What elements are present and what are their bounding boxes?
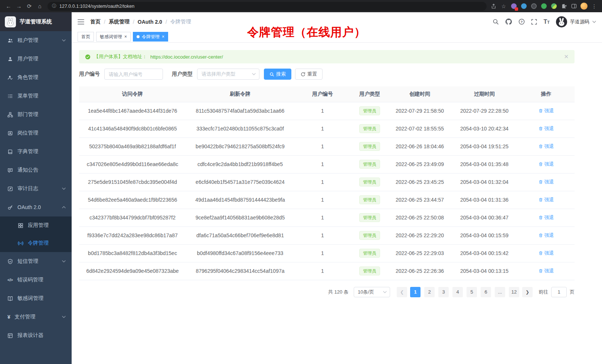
sidebar-item-sms[interactable]: 短信管理	[0, 252, 72, 271]
page-button-3[interactable]: 3	[438, 287, 449, 297]
extensions-puzzle-icon[interactable]	[560, 3, 567, 10]
select-placeholder: 请选择用户类型	[202, 71, 235, 77]
sidebar-item-notice[interactable]: 通知公告	[0, 161, 72, 179]
browser-extension-icon[interactable]	[530, 3, 537, 10]
column-header: 过期时间	[451, 86, 518, 102]
grid-icon	[18, 223, 23, 228]
site-info-icon[interactable]: ⓘ	[52, 3, 56, 9]
sidebar-item-error-code[interactable]: </> 错误码管理	[0, 271, 72, 289]
side-panel-icon[interactable]	[570, 3, 577, 10]
prev-page-button[interactable]: ❮	[397, 287, 407, 297]
user-icon	[7, 56, 13, 62]
sidebar-item-sensitive-word[interactable]: 敏感词管理	[0, 289, 72, 308]
tab-home[interactable]: 首页	[78, 32, 94, 42]
bookmark-star-icon[interactable]: ☆	[500, 3, 507, 10]
user-type-select[interactable]: 请选择用户类型	[197, 69, 259, 80]
browser-reload-icon[interactable]: ⟳	[24, 2, 34, 11]
goto-page-input[interactable]	[551, 287, 567, 297]
tab-token[interactable]: 令牌管理×	[133, 32, 168, 42]
total-count: 共 120 条	[328, 289, 349, 295]
book-icon	[7, 149, 13, 155]
page-button-1[interactable]: 1	[410, 287, 421, 297]
force-logout-button[interactable]: 强退	[539, 214, 554, 221]
chevron-down-icon	[592, 21, 596, 23]
extension-dot	[531, 3, 537, 9]
column-header: 创建时间	[389, 86, 451, 102]
page-button-4[interactable]: 4	[452, 287, 463, 297]
page: ← → ⟳ ⌂ ⓘ 127.0.0.1:1024/system/oauth2/t…	[0, 0, 602, 364]
browser-extension-icon[interactable]	[520, 3, 527, 10]
access-token-cell: 502375b8040a469a9b82188afdf6af1f	[79, 138, 186, 155]
chevron-down-icon	[252, 73, 256, 75]
page-size-select[interactable]: 10条/页	[354, 287, 390, 297]
search-button[interactable]: 搜索	[264, 69, 291, 80]
browser-profile-avatar[interactable]	[580, 3, 588, 10]
delete-icon	[539, 233, 543, 238]
sidebar-item-audit-log[interactable]: 审计日志	[0, 179, 72, 198]
breadcrumb-item[interactable]: OAuth 2.0	[138, 19, 162, 25]
breadcrumb-item[interactable]: 系统管理	[109, 19, 130, 25]
user-menu[interactable]: 芋道源码	[556, 16, 596, 27]
reset-button[interactable]: 重置	[295, 69, 323, 80]
share-icon[interactable]	[490, 3, 497, 10]
force-logout-button[interactable]: 强退	[539, 179, 554, 185]
next-page-button[interactable]: ❯	[522, 287, 533, 297]
doc-link[interactable]: https://doc.iocoder.cn/user-center/	[150, 54, 223, 60]
page-button-12[interactable]: 12	[509, 287, 519, 297]
sidebar-item-menu[interactable]: 菜单管理	[0, 87, 72, 105]
font-size-icon[interactable]: TT	[543, 19, 550, 25]
collapse-sidebar-icon[interactable]	[78, 19, 84, 24]
actions-cell: 强退	[518, 226, 575, 244]
sidebar-item-role[interactable]: 角色管理	[0, 68, 72, 87]
force-logout-button[interactable]: 强退	[539, 161, 554, 168]
table-header-row: 访问令牌刷新令牌用户编号用户类型创建时间过期时间操作	[79, 86, 575, 102]
app-logo[interactable]: 芋道管理系统	[0, 12, 72, 31]
sidebar-item-oauth2-app[interactable]: 应用管理	[0, 216, 72, 234]
close-icon[interactable]: ✕	[564, 53, 569, 60]
github-icon[interactable]	[505, 18, 512, 25]
close-icon[interactable]: ×	[162, 34, 164, 39]
help-icon[interactable]: ?	[518, 19, 525, 25]
address-bar[interactable]: ⓘ 127.0.0.1:1024/system/oauth2/token	[48, 2, 487, 11]
search-icon[interactable]	[493, 19, 499, 25]
page-button-5[interactable]: 5	[467, 287, 477, 297]
browser-extension-icon[interactable]	[550, 3, 557, 10]
tab-sensitive-word[interactable]: 敏感词管理×	[96, 32, 131, 42]
page-button-6[interactable]: 6	[481, 287, 491, 297]
browser-home-icon[interactable]: ⌂	[35, 2, 45, 11]
refresh-token-cell: 49d1aa46d1454fbd87591444423be9fa	[186, 191, 294, 209]
breadcrumb-item[interactable]: 首页	[90, 19, 101, 25]
force-logout-button[interactable]: 强退	[539, 232, 554, 239]
sidebar-item-tenant[interactable]: 租户管理	[0, 31, 72, 50]
actions-cell: 强退	[518, 173, 575, 191]
sidebar-item-post[interactable]: 岗位管理	[0, 124, 72, 142]
sidebar-item-dict[interactable]: 字典管理	[0, 142, 72, 161]
created-time-cell: 2022-07-02 18:55:55	[389, 120, 451, 138]
sidebar-item-report[interactable]: 报表设计器	[0, 326, 72, 345]
page-ellipsis-button[interactable]: ...	[495, 287, 505, 297]
force-logout-button[interactable]: 强退	[539, 250, 554, 257]
sidebar-item-user[interactable]: 用户管理	[0, 50, 72, 68]
table-row: c342377bf8b344799dcbf7bf095287f2 9ce8ef2…	[79, 209, 575, 226]
sidebar-item-oauth2-token[interactable]: 令牌管理	[0, 234, 72, 252]
force-logout-button[interactable]: 强退	[539, 107, 554, 114]
close-icon[interactable]: ×	[124, 34, 127, 39]
browser-back-icon[interactable]: ←	[4, 2, 13, 11]
force-logout-button[interactable]: 强退	[539, 268, 554, 274]
force-logout-button[interactable]: 强退	[539, 196, 554, 203]
page-button-2[interactable]: 2	[424, 287, 435, 297]
actions-cell: 强退	[518, 102, 575, 120]
force-logout-button[interactable]: 强退	[539, 143, 554, 150]
fullscreen-icon[interactable]	[531, 19, 537, 25]
browser-extension-icon[interactable]	[540, 3, 547, 10]
browser-menu-icon[interactable]: ⋮	[591, 3, 598, 10]
sidebar-item-pay[interactable]: ¥ 支付管理	[0, 308, 72, 326]
sidebar-item-oauth2[interactable]: OAuth 2.0	[0, 198, 72, 216]
browser-forward-icon[interactable]: →	[14, 2, 24, 11]
user-id-input[interactable]	[104, 69, 163, 80]
sidebar-item-dept[interactable]: 部门管理	[0, 105, 72, 124]
browser-extension-icon[interactable]	[510, 3, 517, 10]
user-type-tag: 管理员	[359, 249, 380, 258]
force-logout-button[interactable]: 强退	[539, 125, 554, 132]
badge-icon	[7, 130, 13, 136]
